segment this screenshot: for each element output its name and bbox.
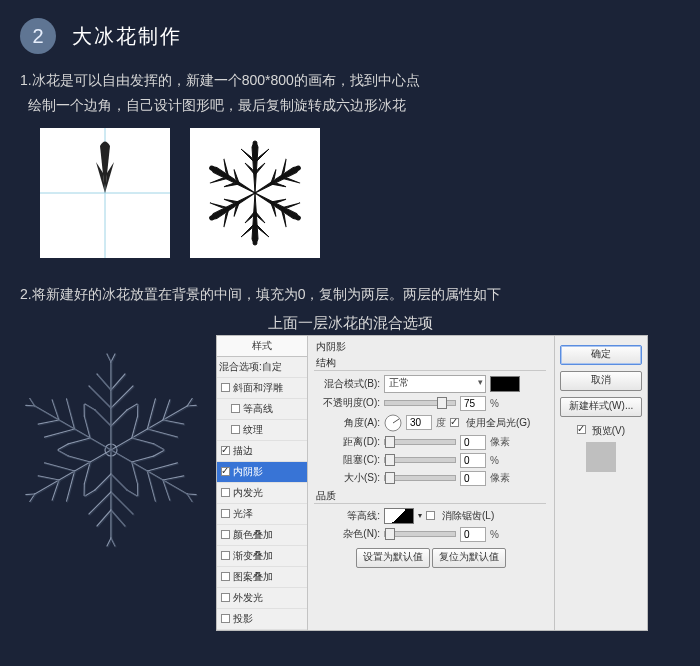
new-style-button[interactable]: 新建样式(W)... [560,397,642,417]
angle-dial-icon[interactable] [384,414,402,432]
use-global-light-label: 使用全局光(G) [466,416,530,430]
instruction-2: 2.将新建好的冰花放置在背景的中间，填充为0，复制为两层。两层的属性如下 [0,264,700,311]
blend-mode-select[interactable]: 正常 [384,375,486,393]
opacity-label: 不透明度(O): [316,396,380,410]
size-input[interactable] [460,471,486,486]
reset-default-button[interactable]: 复位为默认值 [432,548,506,568]
style-item-color-overlay[interactable]: 颜色叠加 [217,525,307,546]
step-number-badge: 2 [20,18,56,54]
style-item-texture[interactable]: 纹理 [217,420,307,441]
noise-label: 杂色(N): [316,527,380,541]
percent-unit: % [490,398,499,409]
style-item-contour[interactable]: 等高线 [217,399,307,420]
opacity-input[interactable] [460,396,486,411]
inner-shadow-panel: 内阴影 结构 混合模式(B): 正常 不透明度(O): % 角度(A): 度 使… [308,336,554,630]
style-list-header: 样式 [217,336,307,357]
angle-unit: 度 [436,416,446,430]
style-item-inner-shadow[interactable]: 内阴影 [217,462,307,483]
style-item-bevel[interactable]: 斜面和浮雕 [217,378,307,399]
distance-input[interactable] [460,435,486,450]
panel-title: 内阴影 [316,340,546,354]
preview-swatch [586,442,616,472]
choke-slider[interactable] [384,457,456,463]
contour-swatch[interactable] [384,508,414,524]
group-structure: 结构 [314,356,546,371]
angle-input[interactable] [406,415,432,430]
noise-input[interactable] [460,527,486,542]
preview-snowflake-embossed [6,345,216,555]
contour-label: 等高线: [316,509,380,523]
group-quality: 品质 [314,489,546,504]
style-list: 样式 混合选项:自定 斜面和浮雕 等高线 纹理 描边 内阴影 内发光 光泽 颜色… [217,336,308,630]
instruction-1: 1.冰花是可以自由发挥的，新建一个800*800的画布，找到中心点 绘制一个边角… [0,62,700,122]
style-item-satin[interactable]: 光泽 [217,504,307,525]
choke-label: 阻塞(C): [316,453,380,467]
set-default-button[interactable]: 设置为默认值 [356,548,430,568]
step-title: 大冰花制作 [72,23,182,50]
svg-line-11 [111,386,133,408]
style-item-pattern-overlay[interactable]: 图案叠加 [217,567,307,588]
thumb-snowflake-black [190,128,320,258]
cancel-button[interactable]: 取消 [560,371,642,391]
style-item-blending-options[interactable]: 混合选项:自定 [217,357,307,378]
style-item-drop-shadow[interactable]: 投影 [217,609,307,630]
shadow-color-swatch[interactable] [490,376,520,392]
style-item-gradient-overlay[interactable]: 渐变叠加 [217,546,307,567]
instruction-1-line1: 1.冰花是可以自由发挥的，新建一个800*800的画布，找到中心点 [20,72,420,88]
distance-label: 距离(D): [316,435,380,449]
size-unit: 像素 [490,471,510,485]
chevron-down-icon[interactable]: ▾ [418,511,422,520]
layer-style-dialog: 样式 混合选项:自定 斜面和浮雕 等高线 纹理 描边 内阴影 内发光 光泽 颜色… [216,335,648,631]
preview-label: 预览(V) [592,425,625,436]
preview-checkbox[interactable] [577,425,586,434]
blend-mode-label: 混合模式(B): [316,377,380,391]
style-item-stroke[interactable]: 描边 [217,441,307,462]
svg-line-13 [111,374,125,390]
style-item-outer-glow[interactable]: 外发光 [217,588,307,609]
antialias-label: 消除锯齿(L) [442,509,494,523]
dialog-caption: 上面一层冰花的混合选项 [0,312,700,333]
noise-slider[interactable] [384,531,456,537]
angle-label: 角度(A): [316,416,380,430]
size-slider[interactable] [384,475,456,481]
instruction-1-line2: 绘制一个边角，自己设计图形吧，最后复制旋转成六边形冰花 [28,97,406,113]
thumb-canvas-corner [40,128,170,258]
ok-button[interactable]: 确定 [560,345,642,365]
dialog-actions: 确定 取消 新建样式(W)... 预览(V) [554,336,647,630]
size-label: 大小(S): [316,471,380,485]
opacity-slider[interactable] [384,400,456,406]
antialias-checkbox[interactable] [426,511,435,520]
percent-unit: % [490,529,499,540]
style-item-inner-glow[interactable]: 内发光 [217,483,307,504]
use-global-light-checkbox[interactable] [450,418,459,427]
percent-unit: % [490,455,499,466]
choke-input[interactable] [460,453,486,468]
svg-line-9 [111,410,127,426]
distance-unit: 像素 [490,435,510,449]
svg-point-4 [253,141,257,145]
distance-slider[interactable] [384,439,456,445]
